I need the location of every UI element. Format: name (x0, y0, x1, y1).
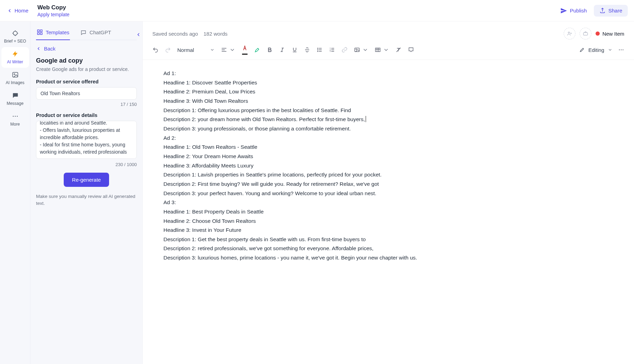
rail-label: Brief + SEO (4, 39, 26, 44)
svg-point-7 (14, 74, 15, 75)
briefcase-icon (583, 31, 588, 36)
share-icon (599, 8, 606, 14)
doc-line[interactable]: Headline 1: Old Town Realtors - Seattle (163, 143, 613, 152)
paragraph-style-label: Normal (177, 47, 194, 53)
tab-templates[interactable]: Templates (36, 26, 70, 40)
rail-item-message[interactable]: Message (1, 89, 29, 109)
highlight-button[interactable] (254, 47, 260, 53)
back-link[interactable]: Back (36, 46, 137, 52)
doc-line[interactable]: Headline 3: Affordability Meets Luxury (163, 161, 613, 171)
link-icon (341, 47, 348, 53)
doc-line[interactable]: Description 2: your dream home with Old … (163, 115, 613, 124)
doc-line[interactable]: Ad 2: (163, 134, 613, 143)
italic-button[interactable] (279, 47, 285, 53)
apply-template-link[interactable]: Apply template (37, 12, 70, 17)
details-counter: 230 / 1000 (36, 162, 137, 167)
svg-rect-12 (41, 30, 42, 31)
strike-button[interactable] (304, 47, 310, 53)
svg-text:3: 3 (330, 51, 331, 52)
doc-line[interactable]: Headline 1: Discover Seattle Properties (163, 78, 613, 88)
bold-button[interactable] (267, 47, 273, 53)
doc-line[interactable]: Description 1: Get the best property dea… (163, 235, 613, 244)
font-color-icon (242, 45, 248, 51)
doc-line[interactable]: Headline 2: Premium Deal, Low Prices (163, 87, 613, 97)
collapse-sidebar-button[interactable] (135, 28, 142, 42)
clear-format-button[interactable] (395, 47, 402, 53)
doc-line[interactable]: Description 1: Lavish properties in Seat… (163, 170, 613, 180)
rail-item-images[interactable]: AI Images (1, 68, 29, 89)
undo-button[interactable] (152, 47, 159, 53)
product-input[interactable] (36, 87, 137, 100)
underline-button[interactable] (292, 47, 298, 53)
share-label: Share (608, 8, 622, 13)
underline-icon (292, 47, 298, 53)
svg-point-29 (318, 49, 318, 50)
doc-line[interactable]: Headline 2: Your Dream Home Awaits (163, 152, 613, 161)
svg-rect-42 (376, 48, 381, 52)
list-ul-icon (316, 47, 323, 53)
doc-line[interactable]: Headline 1: Best Property Deals in Seatt… (163, 207, 613, 217)
doc-line[interactable]: Headline 2: Choose Old Town Realtors (163, 217, 613, 226)
more-menu-button[interactable] (618, 47, 624, 53)
doc-line[interactable]: Ad 3: (163, 198, 613, 207)
svg-point-48 (621, 49, 622, 50)
home-button[interactable]: Home (4, 6, 31, 16)
table-insert-button[interactable] (375, 47, 389, 53)
svg-rect-40 (355, 48, 360, 52)
publish-button[interactable]: Publish (560, 7, 587, 14)
comment-button[interactable] (408, 47, 414, 53)
template-description: Create Google ads for a product or servi… (36, 66, 137, 72)
svg-point-9 (15, 116, 16, 117)
image-icon (12, 71, 19, 78)
chevron-down-icon (608, 47, 613, 52)
share-button[interactable]: Share (594, 5, 628, 17)
comment-icon (408, 47, 414, 53)
redo-icon (165, 47, 171, 53)
svg-rect-11 (37, 30, 39, 31)
chevron-down-icon (383, 47, 389, 53)
editor-toolbar: Normal (143, 42, 634, 60)
doc-line[interactable]: Headline 3: Invest in Your Future (163, 226, 613, 235)
paragraph-style-select[interactable]: Normal (177, 47, 215, 53)
add-collaborator-button[interactable] (564, 28, 575, 39)
redo-button[interactable] (165, 47, 171, 53)
item-status-label: New Item (602, 31, 624, 37)
regenerate-button[interactable]: Re-generate (64, 173, 109, 187)
align-button[interactable] (221, 47, 235, 53)
doc-line[interactable]: Description 3: your perfect haven. Young… (163, 189, 613, 198)
doc-line[interactable]: Description 2: retired professionals, we… (163, 244, 613, 253)
svg-rect-14 (41, 33, 42, 35)
font-color-button[interactable] (242, 45, 248, 55)
rail-label: AI Images (6, 80, 24, 85)
details-textarea[interactable] (36, 121, 137, 159)
rail-item-more[interactable]: More (1, 109, 29, 130)
doc-line[interactable]: Headline 3: With Old Town Realtors (163, 97, 613, 106)
briefcase-button[interactable] (580, 28, 591, 39)
item-status[interactable]: New Item (596, 31, 624, 37)
document-body[interactable]: Ad 1:Headline 1: Discover Seattle Proper… (143, 60, 634, 272)
tab-chatgpt[interactable]: ChatGPT (80, 26, 112, 40)
doc-line[interactable]: Description 1: Offering luxurious proper… (163, 106, 613, 115)
doc-line[interactable]: Ad 1: (163, 69, 613, 78)
chevron-left-icon (136, 32, 141, 37)
strike-icon (304, 47, 310, 53)
link-button[interactable] (341, 47, 348, 53)
review-note: Make sure you manually review all AI gen… (36, 193, 137, 207)
template-title: Google ad copy (36, 57, 137, 64)
rail-label: More (10, 122, 20, 127)
doc-line[interactable]: Description 3: young professionals, or t… (163, 124, 613, 134)
image-insert-button[interactable] (354, 47, 368, 53)
icon-rail: Brief + SEO AI Writer AI Images Message … (0, 21, 30, 364)
doc-line[interactable]: Description 3: luxurious homes, prime lo… (163, 253, 613, 263)
ordered-list-button[interactable]: 123 (329, 47, 335, 53)
svg-point-10 (17, 116, 18, 117)
bullet-list-button[interactable] (316, 47, 323, 53)
doc-line[interactable]: Description 2: First time buying? We wil… (163, 180, 613, 189)
table-icon (375, 47, 381, 53)
rail-item-writer[interactable]: AI Writer (1, 47, 29, 68)
user-plus-icon (567, 31, 572, 36)
chevron-down-icon (210, 47, 215, 52)
rail-item-brief[interactable]: Brief + SEO (1, 26, 29, 47)
word-count: 182 words (204, 31, 227, 37)
editing-mode-select[interactable]: Editing (579, 47, 613, 53)
